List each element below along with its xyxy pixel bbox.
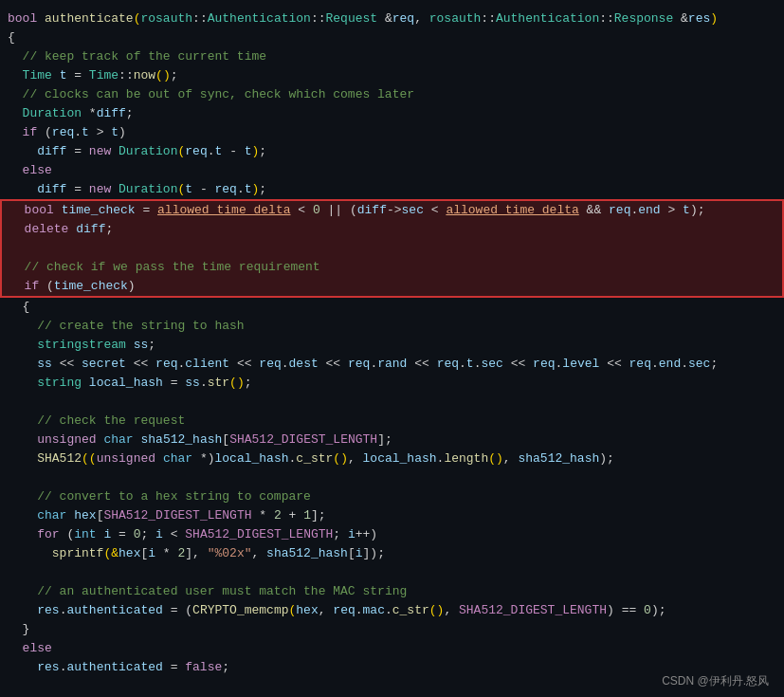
code-line: sprintf(&hex[i * 2], "%02x", sha512_hash…: [0, 544, 784, 563]
code-line: res.authenticated = (CRYPTO_memcmp(hex, …: [0, 601, 784, 620]
code-line: }: [0, 620, 784, 639]
code-line-highlighted: if (time_check): [0, 277, 784, 298]
code-editor: bool authenticate(rosauth::Authenticatio…: [0, 0, 784, 697]
code-line: if (req.t > t): [0, 123, 784, 142]
code-line: Duration *diff;: [0, 104, 784, 123]
code-line: // keep track of the current time: [0, 47, 784, 66]
code-line: // clocks can be out of sync, check whic…: [0, 85, 784, 104]
code-line: // an authenticated user must match the …: [0, 582, 784, 601]
code-line: ss << secret << req.client << req.dest <…: [0, 355, 784, 374]
code-line: [0, 563, 784, 582]
code-line: for (int i = 0; i < SHA512_DIGEST_LENGTH…: [0, 525, 784, 544]
code-line: // create the string to hash: [0, 317, 784, 336]
code-line: diff = new Duration(req.t - t);: [0, 142, 784, 161]
code-line: {: [0, 298, 784, 317]
code-line: // convert to a hex string to compare: [0, 487, 784, 506]
code-line-highlighted: delete diff;: [0, 220, 784, 239]
code-line: {: [0, 28, 784, 47]
code-line: else: [0, 639, 784, 658]
watermark: CSDN @伊利丹.怒风: [662, 673, 769, 689]
code-line: unsigned char sha512_hash[SHA512_DIGEST_…: [0, 431, 784, 449]
code-line: Time t = Time::now();: [0, 66, 784, 85]
code-line: SHA512((unsigned char *)local_hash.c_str…: [0, 449, 784, 468]
code-line: // check the request: [0, 412, 784, 431]
code-line: stringstream ss;: [0, 336, 784, 355]
code-line: [0, 393, 784, 412]
code-line-highlighted: bool time_check = allowed_time_delta < 0…: [0, 199, 784, 220]
code-line: char hex[SHA512_DIGEST_LENGTH * 2 + 1];: [0, 506, 784, 525]
code-line-highlighted: // check if we pass the time requirement: [0, 258, 784, 277]
code-line: diff = new Duration(t - req.t);: [0, 180, 784, 199]
code-line-highlighted: [0, 239, 784, 258]
code-line: bool authenticate(rosauth::Authenticatio…: [0, 9, 784, 28]
code-line: else: [0, 161, 784, 180]
code-line: string local_hash = ss.str();: [0, 374, 784, 393]
code-line: [0, 468, 784, 487]
